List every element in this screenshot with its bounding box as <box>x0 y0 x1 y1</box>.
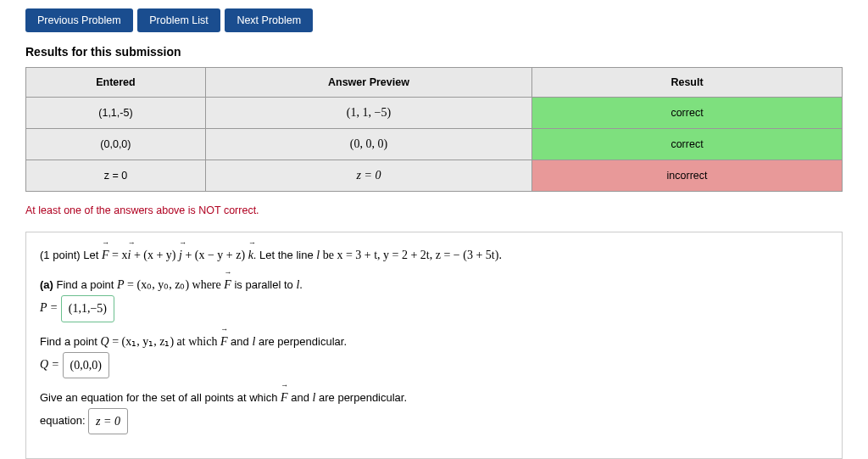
part-eq-text: Give an equation for the set of all poin… <box>40 387 828 434</box>
problem-list-button[interactable]: Problem List <box>137 8 220 32</box>
results-table: Entered Answer Preview Result (1,1,-5) (… <box>25 67 843 192</box>
problem-statement: (1 point) Let →F = x→i + (x + y) →j + (x… <box>25 232 843 459</box>
previous-problem-button[interactable]: Previous Problem <box>25 8 133 32</box>
table-row: (0,0,0) (0, 0, 0) correct <box>26 129 843 160</box>
answer-input-q[interactable]: (0,0,0) <box>63 352 109 378</box>
cell-preview: (1, 1, −5) <box>205 98 531 129</box>
col-header-preview: Answer Preview <box>205 68 531 98</box>
part-q-text: Find a point Q = (x₁, y₁, z₁) at which →… <box>40 331 828 378</box>
cell-entered: (0,0,0) <box>26 129 206 160</box>
answer-input-p[interactable]: (1,1,−5) <box>61 295 114 322</box>
col-header-entered: Entered <box>26 68 206 98</box>
cell-result-correct: correct <box>532 129 843 160</box>
cell-preview: (0, 0, 0) <box>205 129 531 160</box>
table-row: z = 0 z = 0 incorrect <box>26 160 843 192</box>
cell-entered: z = 0 <box>26 160 206 192</box>
table-header-row: Entered Answer Preview Result <box>26 68 843 98</box>
cell-result-correct: correct <box>532 98 843 129</box>
part-a-text: (a) Find a point P = (x₀, y₀, z₀) where … <box>40 274 828 322</box>
answer-input-eq[interactable]: z = 0 <box>88 408 128 434</box>
cell-preview: z = 0 <box>205 160 531 192</box>
next-problem-button[interactable]: Next Problem <box>225 8 313 32</box>
warning-text: At least one of the answers above is NOT… <box>25 204 843 216</box>
cell-result-incorrect: incorrect <box>532 160 843 192</box>
col-header-result: Result <box>532 68 843 98</box>
problem-line-1: (1 point) Let →F = x→i + (x + y) →j + (x… <box>40 244 828 266</box>
cell-entered: (1,1,-5) <box>26 98 206 129</box>
results-heading: Results for this submission <box>25 45 843 59</box>
table-row: (1,1,-5) (1, 1, −5) correct <box>26 98 843 129</box>
nav-bar: Previous Problem Problem List Next Probl… <box>25 8 843 32</box>
